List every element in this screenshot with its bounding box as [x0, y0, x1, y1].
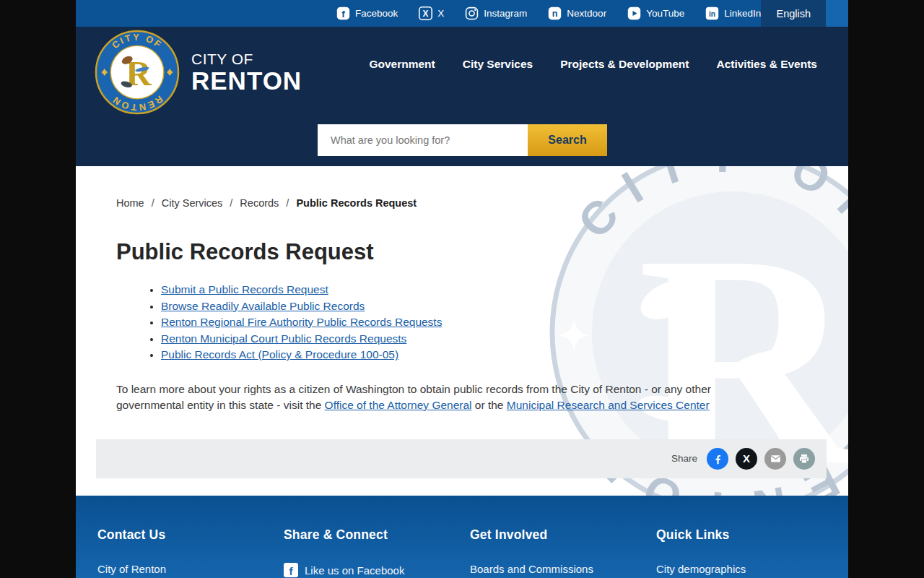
intro-text-middle: or the: [472, 399, 507, 411]
list-item: Public Records Act (Policy & Procedure 1…: [161, 347, 848, 363]
instagram-icon: [465, 7, 479, 20]
link-browse-records[interactable]: Browse Readily Available Public Records: [161, 300, 365, 312]
renton-seal-icon: CITY OF RENTON R: [95, 30, 180, 115]
footer-link-boards-commissions[interactable]: Boards and Commissions: [470, 563, 656, 575]
link-records-act[interactable]: Public Records Act (Policy & Procedure 1…: [161, 348, 398, 361]
instagram-label: Instagram: [484, 8, 527, 19]
linkedin-icon: in: [705, 7, 719, 20]
link-attorney-general[interactable]: Office of the Attorney General: [325, 399, 472, 411]
list-item: Browse Readily Available Public Records: [161, 298, 848, 315]
nav-city-services[interactable]: City Services: [463, 58, 533, 71]
language-selector[interactable]: English: [761, 0, 826, 27]
footer-link-facebook[interactable]: f Like us on Facebook: [284, 563, 470, 577]
svg-text:f: f: [341, 9, 345, 20]
nav-activities-events[interactable]: Activities & Events: [716, 58, 817, 71]
youtube-icon: [627, 7, 641, 20]
language-label: English: [776, 8, 811, 20]
footer-item-label: Boards and Commissions: [470, 563, 593, 575]
main-content: CITY OF RENTON R Home / City Services / …: [76, 166, 848, 496]
content-area: Home / City Services / Records / Public …: [76, 166, 848, 413]
share-print-button[interactable]: [793, 448, 815, 470]
youtube-link[interactable]: YouTube: [627, 7, 684, 20]
facebook-square-icon: f: [284, 563, 298, 577]
list-item: Renton Municipal Court Public Records Re…: [161, 331, 848, 348]
list-item: Submit a Public Records Request: [161, 282, 848, 298]
footer-heading-share-connect: Share & Connect: [284, 527, 470, 543]
nextdoor-label: Nextdoor: [567, 8, 606, 19]
email-envelope-icon: [770, 452, 782, 465]
footer-get-involved: Get Involved Boards and Commissions: [470, 527, 656, 578]
records-links-list: Submit a Public Records Request Browse R…: [116, 282, 848, 363]
social-links: f Facebook X X Instagram: [336, 0, 761, 27]
nextdoor-icon: n: [548, 7, 562, 20]
share-facebook-button[interactable]: [707, 448, 728, 470]
link-submit-request[interactable]: Submit a Public Records Request: [161, 283, 328, 296]
facebook-link[interactable]: f Facebook: [336, 7, 398, 20]
main-nav: Government City Services Projects & Deve…: [369, 58, 817, 71]
logo-line2: RENTON: [191, 68, 302, 95]
footer-heading-get-involved: Get Involved: [470, 527, 656, 543]
link-mrsc[interactable]: Municipal Research and Services Center: [507, 399, 710, 411]
share-label: Share: [671, 453, 697, 464]
footer-item-label: City demographics: [656, 563, 746, 575]
footer-link-city-demographics[interactable]: City demographics: [656, 563, 842, 575]
facebook-icon: f: [336, 7, 350, 20]
printer-icon: [798, 453, 810, 465]
nav-projects-development[interactable]: Projects & Development: [560, 58, 689, 71]
x-icon: X: [419, 7, 432, 20]
facebook-f-icon: [712, 453, 723, 465]
svg-text:in: in: [709, 10, 715, 18]
site-footer: Contact Us City of Renton Share & Connec…: [76, 496, 848, 578]
logo-line1: CITY OF: [191, 51, 302, 68]
nav-government[interactable]: Government: [369, 58, 435, 71]
breadcrumb-separator: /: [152, 197, 154, 209]
search-input[interactable]: [318, 124, 528, 156]
link-municipal-court[interactable]: Renton Municipal Court Public Records Re…: [161, 332, 406, 345]
search-button[interactable]: Search: [528, 124, 607, 156]
breadcrumb-home[interactable]: Home: [116, 197, 144, 209]
list-item: Renton Regional Fire Authority Public Re…: [161, 314, 848, 331]
footer-heading-quick-links: Quick Links: [656, 527, 842, 543]
svg-text:n: n: [552, 9, 558, 19]
breadcrumb-city-services[interactable]: City Services: [162, 197, 223, 209]
nextdoor-link[interactable]: n Nextdoor: [548, 7, 606, 20]
footer-item-label: City of Renton: [97, 563, 166, 575]
search-bar: Search: [318, 124, 607, 156]
breadcrumb-current: Public Records Request: [296, 197, 417, 209]
language-patch: [826, 0, 848, 27]
logo-text: CITY OF RENTON: [191, 51, 302, 95]
x-link[interactable]: X X: [419, 7, 444, 20]
share-email-button[interactable]: [764, 448, 786, 470]
share-strip: Share X: [96, 439, 827, 478]
footer-heading-contact-us: Contact Us: [97, 527, 284, 543]
footer-link-city-of-renton[interactable]: City of Renton: [97, 563, 284, 575]
page: f Facebook X X Instagram: [76, 0, 848, 578]
intro-paragraph: To learn more about your rights as a cit…: [116, 381, 755, 413]
site-header: CITY OF RENTON R CITY OF RENTON Governme…: [76, 27, 848, 166]
breadcrumb-records[interactable]: Records: [240, 197, 279, 209]
x-label: X: [437, 8, 444, 19]
instagram-link[interactable]: Instagram: [465, 7, 527, 20]
share-x-button[interactable]: X: [736, 448, 757, 470]
x-glyph-icon: X: [743, 452, 750, 465]
link-fire-authority[interactable]: Renton Regional Fire Authority Public Re…: [161, 316, 442, 328]
breadcrumb-separator: /: [286, 197, 289, 209]
youtube-label: YouTube: [646, 8, 684, 19]
top-social-bar: f Facebook X X Instagram: [76, 0, 848, 27]
linkedin-label: LinkedIn: [724, 8, 761, 19]
page-title: Public Records Request: [116, 239, 848, 265]
svg-text:X: X: [423, 9, 429, 19]
footer-share-connect: Share & Connect f Like us on Facebook: [284, 527, 470, 578]
footer-contact-us: Contact Us City of Renton: [97, 527, 284, 578]
breadcrumb-separator: /: [230, 197, 232, 209]
facebook-label: Facebook: [355, 8, 398, 19]
footer-item-label: Like us on Facebook: [305, 564, 404, 577]
breadcrumb: Home / City Services / Records / Public …: [116, 197, 848, 209]
footer-quick-links: Quick Links City demographics: [656, 527, 842, 578]
linkedin-link[interactable]: in LinkedIn: [705, 7, 761, 20]
site-logo[interactable]: CITY OF RENTON R CITY OF RENTON: [95, 30, 302, 115]
